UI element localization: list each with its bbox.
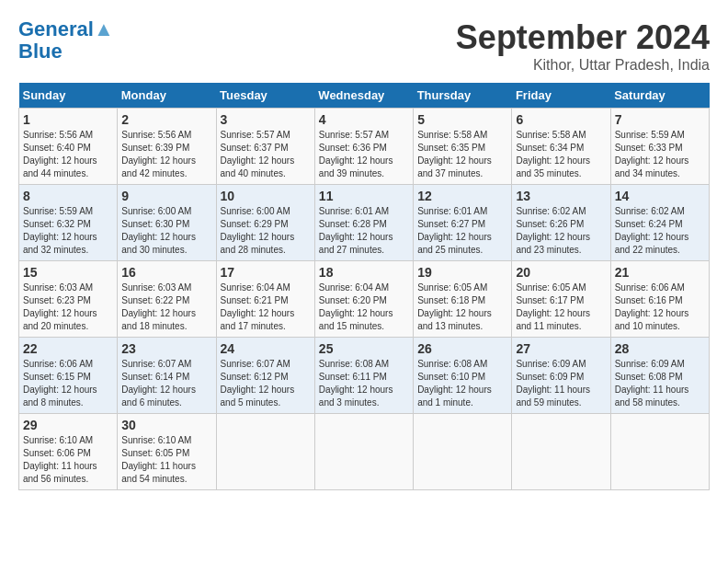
calendar-cell	[512, 414, 610, 490]
day-number: 14	[615, 189, 705, 203]
day-info: Sunrise: 6:08 AMSunset: 6:10 PMDaylight:…	[417, 358, 507, 409]
calendar-cell: 6Sunrise: 5:58 AMSunset: 6:34 PMDaylight…	[512, 109, 610, 185]
day-info: Sunrise: 6:01 AMSunset: 6:28 PMDaylight:…	[319, 205, 409, 257]
day-info: Sunrise: 5:57 AMSunset: 6:37 PMDaylight:…	[221, 129, 311, 180]
day-number: 7	[615, 112, 705, 127]
calendar-cell	[216, 414, 314, 490]
weekday-header-tuesday: Tuesday	[216, 83, 314, 109]
day-number: 27	[516, 341, 606, 356]
calendar-cell: 11Sunrise: 6:01 AMSunset: 6:28 PMDayligh…	[314, 185, 413, 261]
day-number: 28	[615, 341, 705, 356]
calendar-week-1: 1Sunrise: 5:56 AMSunset: 6:40 PMDaylight…	[19, 109, 710, 185]
calendar-week-2: 8Sunrise: 5:59 AMSunset: 6:32 PMDaylight…	[19, 185, 710, 261]
day-number: 17	[221, 265, 311, 280]
calendar-cell	[414, 414, 512, 490]
calendar-table: SundayMondayTuesdayWednesdayThursdayFrid…	[18, 83, 710, 490]
day-info: Sunrise: 5:58 AMSunset: 6:34 PMDaylight:…	[516, 129, 606, 180]
calendar-cell: 7Sunrise: 5:59 AMSunset: 6:33 PMDaylight…	[610, 109, 709, 185]
day-number: 16	[121, 265, 211, 280]
day-info: Sunrise: 6:05 AMSunset: 6:18 PMDaylight:…	[417, 282, 507, 333]
day-info: Sunrise: 5:56 AMSunset: 6:40 PMDaylight:…	[23, 129, 113, 180]
logo-line2: Blue	[18, 40, 114, 63]
day-number: 29	[23, 418, 113, 432]
day-info: Sunrise: 6:08 AMSunset: 6:11 PMDaylight:…	[319, 358, 409, 409]
calendar-cell	[610, 414, 709, 490]
day-info: Sunrise: 5:57 AMSunset: 6:36 PMDaylight:…	[319, 129, 409, 180]
day-info: Sunrise: 5:59 AMSunset: 6:33 PMDaylight:…	[615, 129, 705, 180]
calendar-cell: 22Sunrise: 6:06 AMSunset: 6:15 PMDayligh…	[19, 338, 118, 414]
calendar-week-4: 22Sunrise: 6:06 AMSunset: 6:15 PMDayligh…	[19, 338, 710, 414]
day-number: 13	[516, 189, 606, 203]
calendar-cell: 14Sunrise: 6:02 AMSunset: 6:24 PMDayligh…	[610, 185, 709, 261]
calendar-cell: 27Sunrise: 6:09 AMSunset: 6:09 PMDayligh…	[512, 338, 610, 414]
calendar-cell: 17Sunrise: 6:04 AMSunset: 6:21 PMDayligh…	[216, 261, 314, 338]
calendar-cell: 8Sunrise: 5:59 AMSunset: 6:32 PMDaylight…	[19, 185, 118, 261]
day-number: 6	[516, 112, 606, 127]
day-number: 1	[23, 112, 113, 127]
day-info: Sunrise: 6:00 AMSunset: 6:29 PMDaylight:…	[221, 205, 311, 257]
day-number: 24	[221, 341, 311, 356]
day-info: Sunrise: 6:01 AMSunset: 6:27 PMDaylight:…	[417, 205, 507, 257]
day-info: Sunrise: 6:10 AMSunset: 6:06 PMDaylight:…	[23, 434, 113, 486]
calendar-cell: 2Sunrise: 5:56 AMSunset: 6:39 PMDaylight…	[118, 109, 216, 185]
day-info: Sunrise: 5:56 AMSunset: 6:39 PMDaylight:…	[121, 129, 211, 180]
calendar-cell	[314, 414, 413, 490]
day-number: 20	[516, 265, 606, 280]
day-number: 12	[417, 189, 507, 203]
weekday-header-saturday: Saturday	[610, 83, 709, 109]
logo-line1: General	[18, 17, 94, 40]
month-title: September 2024	[456, 18, 710, 57]
day-info: Sunrise: 5:58 AMSunset: 6:35 PMDaylight:…	[417, 129, 507, 180]
calendar-cell: 19Sunrise: 6:05 AMSunset: 6:18 PMDayligh…	[414, 261, 512, 338]
day-info: Sunrise: 6:07 AMSunset: 6:12 PMDaylight:…	[221, 358, 311, 409]
calendar-cell: 24Sunrise: 6:07 AMSunset: 6:12 PMDayligh…	[216, 338, 314, 414]
weekday-header-sunday: Sunday	[19, 83, 118, 109]
day-number: 3	[221, 112, 311, 127]
day-info: Sunrise: 6:04 AMSunset: 6:20 PMDaylight:…	[319, 282, 409, 333]
day-number: 2	[121, 112, 211, 127]
day-info: Sunrise: 6:10 AMSunset: 6:05 PMDaylight:…	[121, 434, 211, 486]
day-info: Sunrise: 6:06 AMSunset: 6:15 PMDaylight:…	[23, 358, 113, 409]
calendar-cell: 10Sunrise: 6:00 AMSunset: 6:29 PMDayligh…	[216, 185, 314, 261]
day-number: 22	[23, 341, 113, 356]
calendar-cell: 20Sunrise: 6:05 AMSunset: 6:17 PMDayligh…	[512, 261, 610, 338]
calendar-cell: 3Sunrise: 5:57 AMSunset: 6:37 PMDaylight…	[216, 109, 314, 185]
calendar-cell: 26Sunrise: 6:08 AMSunset: 6:10 PMDayligh…	[414, 338, 512, 414]
weekday-header-monday: Monday	[118, 83, 216, 109]
day-number: 19	[417, 265, 507, 280]
day-number: 15	[23, 265, 113, 280]
day-number: 11	[319, 189, 409, 203]
calendar-cell: 30Sunrise: 6:10 AMSunset: 6:05 PMDayligh…	[118, 414, 216, 490]
weekday-header-friday: Friday	[512, 83, 610, 109]
title-section: September 2024 Kithor, Uttar Pradesh, In…	[456, 18, 710, 74]
day-info: Sunrise: 6:05 AMSunset: 6:17 PMDaylight:…	[516, 282, 606, 333]
day-number: 10	[221, 189, 311, 203]
calendar-cell: 16Sunrise: 6:03 AMSunset: 6:22 PMDayligh…	[118, 261, 216, 338]
day-info: Sunrise: 6:09 AMSunset: 6:08 PMDaylight:…	[615, 358, 705, 409]
day-number: 9	[121, 189, 211, 203]
day-number: 21	[615, 265, 705, 280]
calendar-cell: 29Sunrise: 6:10 AMSunset: 6:06 PMDayligh…	[19, 414, 118, 490]
calendar-cell: 21Sunrise: 6:06 AMSunset: 6:16 PMDayligh…	[610, 261, 709, 338]
day-info: Sunrise: 6:02 AMSunset: 6:26 PMDaylight:…	[516, 205, 606, 257]
calendar-cell: 1Sunrise: 5:56 AMSunset: 6:40 PMDaylight…	[19, 109, 118, 185]
day-info: Sunrise: 6:06 AMSunset: 6:16 PMDaylight:…	[615, 282, 705, 333]
day-info: Sunrise: 6:03 AMSunset: 6:22 PMDaylight:…	[121, 282, 211, 333]
logo: General▲ Blue	[18, 18, 114, 63]
day-number: 8	[23, 189, 113, 203]
calendar-cell: 23Sunrise: 6:07 AMSunset: 6:14 PMDayligh…	[118, 338, 216, 414]
calendar-cell: 25Sunrise: 6:08 AMSunset: 6:11 PMDayligh…	[314, 338, 413, 414]
weekday-header-wednesday: Wednesday	[314, 83, 413, 109]
day-info: Sunrise: 6:03 AMSunset: 6:23 PMDaylight:…	[23, 282, 113, 333]
calendar-week-3: 15Sunrise: 6:03 AMSunset: 6:23 PMDayligh…	[19, 261, 710, 338]
location-subtitle: Kithor, Uttar Pradesh, India	[456, 57, 710, 74]
calendar-cell: 18Sunrise: 6:04 AMSunset: 6:20 PMDayligh…	[314, 261, 413, 338]
calendar-cell: 13Sunrise: 6:02 AMSunset: 6:26 PMDayligh…	[512, 185, 610, 261]
day-number: 5	[417, 112, 507, 127]
day-info: Sunrise: 6:07 AMSunset: 6:14 PMDaylight:…	[121, 358, 211, 409]
calendar-cell: 4Sunrise: 5:57 AMSunset: 6:36 PMDaylight…	[314, 109, 413, 185]
calendar-cell: 9Sunrise: 6:00 AMSunset: 6:30 PMDaylight…	[118, 185, 216, 261]
calendar-cell: 5Sunrise: 5:58 AMSunset: 6:35 PMDaylight…	[414, 109, 512, 185]
day-number: 4	[319, 112, 409, 127]
day-number: 30	[121, 418, 211, 432]
